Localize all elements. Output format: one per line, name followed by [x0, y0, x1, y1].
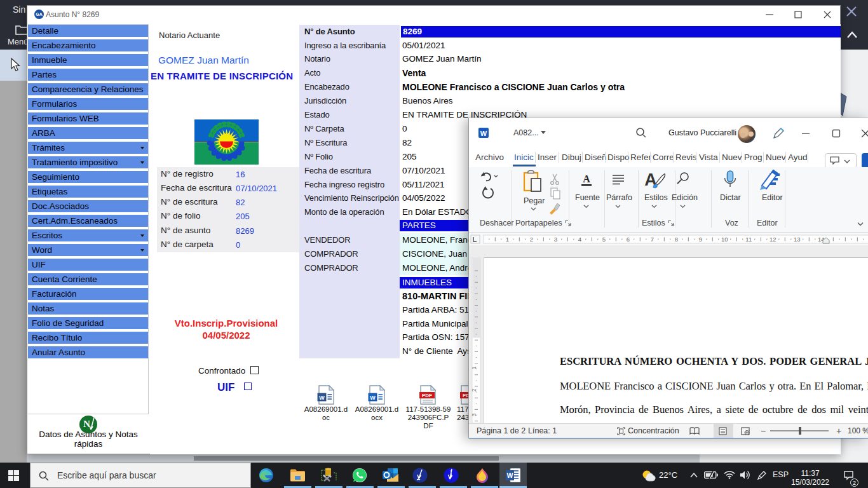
svg-text:6: 6 — [627, 236, 630, 243]
svg-text:2: 2 — [471, 388, 477, 391]
svg-text:12: 12 — [770, 236, 776, 243]
svg-text:9: 9 — [699, 236, 702, 243]
svg-text:W: W — [319, 395, 325, 401]
svg-text:W: W — [370, 395, 376, 401]
svg-text:A: A — [583, 173, 590, 184]
svg-text:1: 1 — [506, 236, 509, 243]
svg-text:W: W — [480, 130, 487, 137]
svg-text:4: 4 — [578, 236, 581, 243]
svg-text:11: 11 — [745, 236, 752, 243]
svg-text:PDF: PDF — [422, 393, 432, 398]
svg-text:5: 5 — [602, 236, 606, 243]
svg-text:10: 10 — [721, 236, 728, 243]
svg-text:3: 3 — [554, 236, 557, 243]
svg-text:W: W — [507, 471, 513, 479]
svg-text:2: 2 — [530, 236, 533, 243]
svg-text:13: 13 — [794, 236, 801, 243]
svg-text:8: 8 — [675, 236, 678, 243]
svg-text:7: 7 — [651, 236, 654, 243]
